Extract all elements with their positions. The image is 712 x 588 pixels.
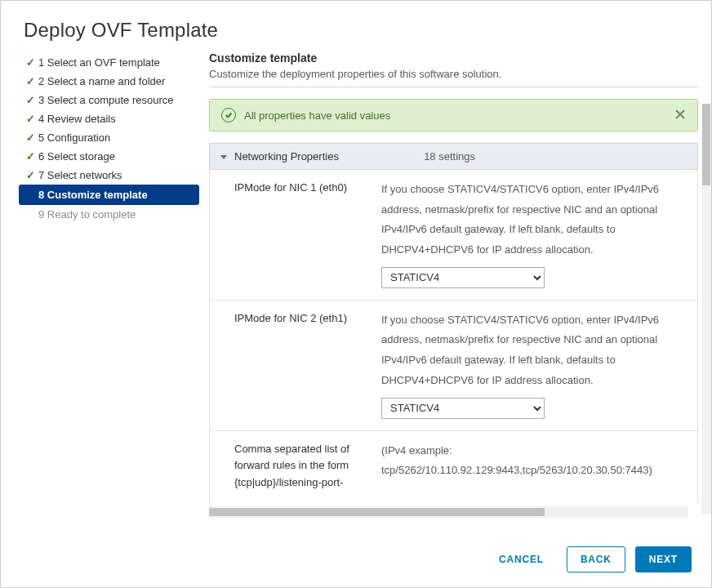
wizard-step-label: 4 Review details — [37, 113, 116, 125]
deploy-ovf-dialog: Deploy OVF Template ✓ 1 Select an OVF te… — [0, 0, 712, 588]
wizard-sidebar: ✓ 1 Select an OVF template ✓ 2 Select a … — [24, 51, 199, 531]
wizard-step-2[interactable]: ✓ 2 Select a name and folder — [24, 72, 199, 91]
property-row-fwd-rules: Comma separated list of forward rules in… — [210, 431, 697, 503]
ipmode-nic1-select[interactable]: STATICV4 — [381, 267, 545, 288]
property-value: (IPv4 example: tcp/5262/10.110.92.129:94… — [381, 441, 686, 492]
chevron-down-icon — [220, 153, 228, 161]
page-subheading: Customize the deployment properties of t… — [209, 68, 698, 80]
group-title: Networking Properties — [234, 150, 339, 163]
wizard-step-8[interactable]: 8 Customize template — [19, 185, 199, 205]
validation-alert: All properties have valid values — [209, 99, 698, 131]
dialog-body: ✓ 1 Select an OVF template ✓ 2 Select a … — [1, 51, 711, 531]
check-icon: ✓ — [24, 169, 37, 181]
property-group-header[interactable]: Networking Properties 18 settings — [209, 143, 698, 170]
wizard-step-label: 7 Select networks — [37, 169, 122, 181]
horizontal-scrollbar[interactable] — [209, 506, 688, 518]
alert-text: All properties have valid values — [244, 109, 390, 122]
wizard-step-9: 9 Ready to complete — [24, 205, 199, 224]
property-description: (IPv4 example: tcp/5262/10.110.92.129:94… — [381, 444, 652, 477]
next-button[interactable]: NEXT — [635, 546, 692, 572]
vertical-scrollbar[interactable] — [701, 104, 711, 514]
group-count: 18 settings — [424, 150, 688, 163]
close-icon[interactable] — [674, 109, 686, 122]
dialog-footer: CANCEL BACK NEXT — [1, 531, 711, 587]
property-description: If you choose STATICV4/STATICV6 option, … — [381, 183, 659, 256]
property-label: IPMode for NIC 2 (eth1) — [234, 310, 381, 419]
main-panel: Customize template Customize the deploym… — [199, 51, 698, 531]
property-value: If you choose STATICV4/STATICV6 option, … — [381, 180, 686, 288]
scrollbar-thumb[interactable] — [209, 508, 545, 516]
check-icon: ✓ — [24, 94, 37, 106]
divider — [209, 87, 698, 87]
property-label: Comma separated list of forward rules in… — [234, 441, 381, 492]
wizard-steps: ✓ 1 Select an OVF template ✓ 2 Select a … — [24, 53, 199, 224]
check-icon: ✓ — [24, 56, 37, 69]
wizard-step-7[interactable]: ✓ 7 Select networks — [24, 166, 199, 185]
wizard-step-6[interactable]: ✓ 6 Select storage — [24, 147, 199, 166]
wizard-step-1[interactable]: ✓ 1 Select an OVF template — [24, 53, 199, 72]
svg-marker-2 — [220, 155, 227, 159]
dialog-title: Deploy OVF Template — [1, 1, 711, 51]
back-button[interactable]: BACK — [567, 546, 625, 572]
property-label: IPMode for NIC 1 (eth0) — [234, 180, 381, 288]
check-icon: ✓ — [24, 75, 37, 87]
wizard-step-4[interactable]: ✓ 4 Review details — [24, 109, 199, 128]
scrollbar-thumb[interactable] — [702, 104, 710, 185]
check-icon: ✓ — [24, 150, 37, 163]
wizard-step-label: 5 Configuration — [37, 131, 110, 144]
check-icon: ✓ — [24, 113, 37, 125]
property-description: If you choose STATICV4/STATICV6 option, … — [381, 314, 659, 386]
main-content: Customize template Customize the deploym… — [209, 51, 698, 518]
property-value: If you choose STATICV4/STATICV6 option, … — [381, 310, 686, 419]
property-row-nic2: IPMode for NIC 2 (eth1) If you choose ST… — [210, 301, 697, 431]
ipmode-nic2-select[interactable]: STATICV4 — [381, 398, 545, 419]
page-heading: Customize template — [209, 51, 698, 65]
wizard-step-label: 2 Select a name and folder — [37, 75, 165, 87]
wizard-step-label: 6 Select storage — [37, 150, 115, 163]
wizard-step-label: 3 Select a compute resource — [37, 94, 173, 106]
wizard-step-label: 9 Ready to complete — [37, 208, 136, 220]
wizard-step-5[interactable]: ✓ 5 Configuration — [24, 128, 199, 147]
wizard-step-3[interactable]: ✓ 3 Select a compute resource — [24, 91, 199, 109]
property-row-nic1: IPMode for NIC 1 (eth0) If you choose ST… — [210, 170, 697, 301]
check-icon: ✓ — [24, 131, 37, 144]
cancel-button[interactable]: CANCEL — [486, 547, 557, 572]
property-list: IPMode for NIC 1 (eth0) If you choose ST… — [209, 170, 698, 503]
success-check-icon — [221, 108, 236, 122]
wizard-step-label: 1 Select an OVF template — [37, 56, 160, 69]
wizard-step-label: 8 Customize template — [37, 189, 148, 201]
